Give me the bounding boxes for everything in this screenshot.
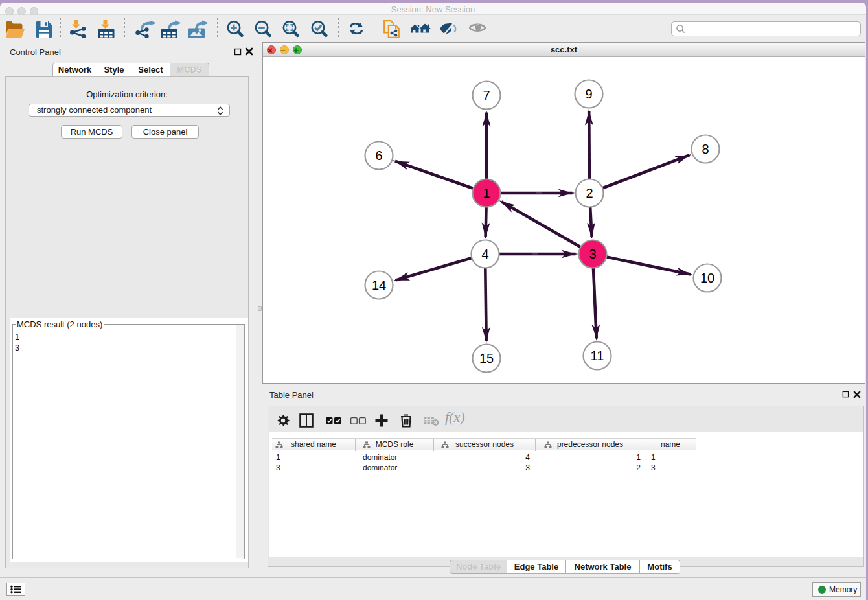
svg-text:2: 2 — [586, 186, 593, 200]
svg-text:8: 8 — [702, 142, 709, 156]
svg-text:1: 1 — [483, 186, 490, 200]
svg-text:10: 10 — [700, 271, 714, 285]
svg-text:4: 4 — [481, 247, 488, 261]
svg-text:6: 6 — [375, 148, 382, 163]
svg-text:15: 15 — [479, 351, 494, 365]
svg-text:14: 14 — [372, 278, 386, 292]
svg-text:3: 3 — [589, 247, 596, 261]
svg-text:9: 9 — [585, 87, 592, 101]
svg-text:11: 11 — [591, 349, 604, 363]
svg-text:7: 7 — [483, 88, 490, 102]
